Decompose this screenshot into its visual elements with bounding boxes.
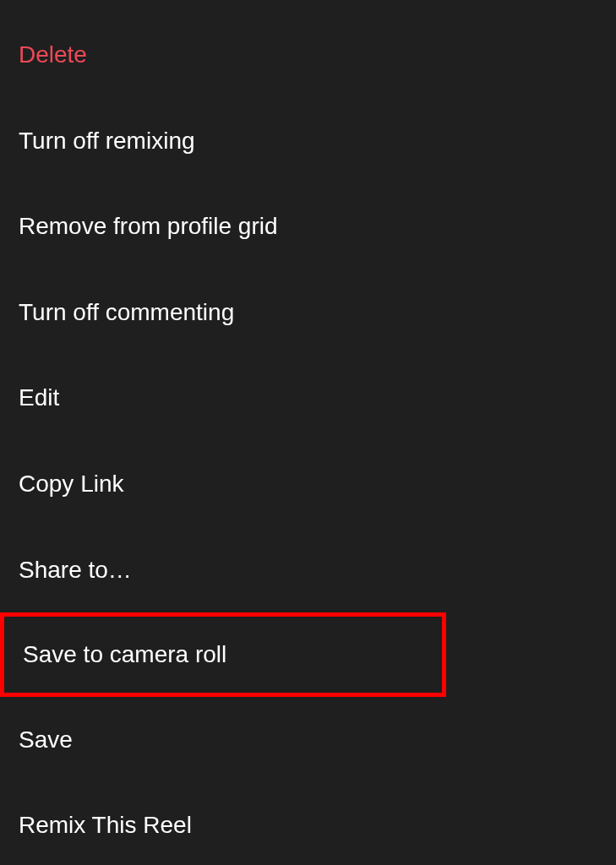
turn-off-remixing-option[interactable]: Turn off remixing <box>0 98 616 184</box>
delete-option[interactable]: Delete <box>0 12 616 98</box>
options-menu: Delete Turn off remixing Remove from pro… <box>0 0 616 865</box>
save-option[interactable]: Save <box>0 697 616 783</box>
remix-this-reel-option[interactable]: Remix This Reel <box>0 782 616 865</box>
save-to-camera-roll-option[interactable]: Save to camera roll <box>4 617 442 693</box>
share-to-option[interactable]: Share to… <box>0 527 616 613</box>
copy-link-option[interactable]: Copy Link <box>0 441 616 527</box>
edit-option[interactable]: Edit <box>0 355 616 441</box>
turn-off-commenting-option[interactable]: Turn off commenting <box>0 269 616 356</box>
highlighted-annotation: Save to camera roll <box>0 612 446 697</box>
remove-from-profile-grid-option[interactable]: Remove from profile grid <box>0 183 616 269</box>
